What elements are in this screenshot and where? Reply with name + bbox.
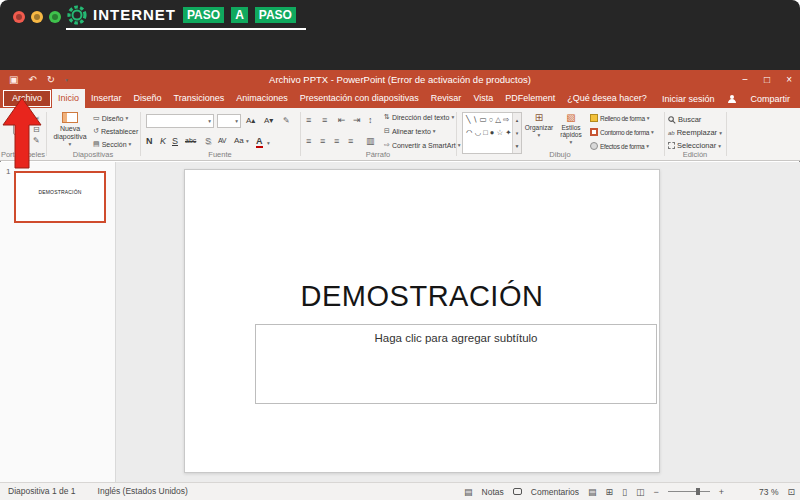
font-size-combo[interactable]: ▾ bbox=[217, 114, 241, 128]
text-direction-button[interactable]: ⇅ Dirección del texto ▾ bbox=[384, 113, 454, 121]
reset-button[interactable]: ↺ Restablecer bbox=[93, 127, 138, 135]
decrease-indent-icon[interactable]: ⇤ bbox=[338, 115, 346, 125]
slide-title-placeholder[interactable]: DEMOSTRACIÓN bbox=[185, 280, 659, 313]
character-spacing-button[interactable]: AV bbox=[218, 137, 226, 144]
ribbon: ✂ ⊟ ✎ Portapapeles Nueva diapositiva ▾ ▭… bbox=[0, 108, 800, 161]
strikethrough-button[interactable]: abc bbox=[185, 137, 196, 144]
comments-icon[interactable] bbox=[513, 488, 522, 495]
change-case-button[interactable]: Aa ▾ bbox=[234, 136, 249, 145]
align-text-button[interactable]: ⊟ Alinear texto ▾ bbox=[384, 127, 436, 135]
shape-gallery-scrollbar[interactable]: ▴ ▾ ▼ bbox=[512, 113, 521, 153]
person-icon bbox=[727, 94, 737, 104]
language-indicator[interactable]: Inglés (Estados Unidos) bbox=[98, 483, 188, 500]
align-right-icon[interactable]: ≡ bbox=[334, 136, 339, 146]
arrange-label: Organizar bbox=[525, 124, 554, 131]
close-traffic-light-button[interactable] bbox=[13, 11, 25, 23]
select-button[interactable]: Seleccionar ▾ bbox=[668, 141, 721, 150]
zoom-traffic-light-button[interactable] bbox=[49, 11, 61, 23]
italic-button[interactable]: K bbox=[160, 136, 166, 146]
normal-view-icon[interactable]: ▤ bbox=[588, 487, 597, 497]
align-justify-icon[interactable]: ≡ bbox=[348, 136, 353, 146]
save-icon[interactable]: ▣ bbox=[9, 74, 18, 85]
quick-styles-button[interactable]: ▧ Estilos rápidos ▾ bbox=[554, 112, 588, 154]
tab-diseno[interactable]: Diseño bbox=[128, 89, 168, 108]
gallery-up-icon[interactable]: ▴ bbox=[516, 117, 519, 123]
shape-effects-button[interactable]: Efectos de forma ▾ bbox=[590, 142, 649, 150]
zoom-slider[interactable] bbox=[668, 491, 710, 492]
replace-button[interactable]: ab Reemplazar ▾ bbox=[668, 128, 722, 137]
zoom-level[interactable]: 73 % bbox=[759, 487, 778, 497]
tab-transiciones[interactable]: Transiciones bbox=[168, 89, 231, 108]
shrink-font-icon[interactable]: A▾ bbox=[264, 116, 273, 125]
clear-formatting-icon[interactable]: ✎ bbox=[283, 116, 290, 125]
gallery-more-icon[interactable]: ▼ bbox=[515, 143, 520, 149]
font-color-chevron-icon[interactable]: ▾ bbox=[267, 140, 270, 146]
align-text-chevron-icon: ▾ bbox=[433, 128, 436, 134]
share-button[interactable]: Compartir bbox=[750, 94, 790, 104]
notes-icon[interactable]: ▤ bbox=[464, 487, 473, 497]
slide-thumbnail[interactable]: DEMOSTRACIÓN bbox=[14, 171, 106, 223]
close-window-icon[interactable]: × bbox=[786, 74, 792, 85]
text-shadow-button[interactable]: S bbox=[205, 136, 211, 146]
reading-view-icon[interactable]: ▯ bbox=[622, 487, 627, 497]
comments-button[interactable]: Comentarios bbox=[531, 487, 579, 497]
convert-smartart-button[interactable]: ⇨ Convertir a SmartArt ▾ bbox=[384, 141, 460, 149]
shape-fill-button[interactable]: Relleno de forma ▾ bbox=[590, 114, 649, 122]
tab-inicio[interactable]: Inicio bbox=[52, 89, 85, 108]
align-center-icon[interactable]: ≡ bbox=[320, 136, 325, 146]
sign-in-link[interactable]: Iniciar sesión bbox=[662, 94, 715, 104]
grow-font-icon[interactable]: A▴ bbox=[246, 116, 255, 125]
slide-canvas[interactable]: DEMOSTRACIÓN Haga clic para agregar subt… bbox=[184, 169, 660, 473]
bullets-icon[interactable]: ≡ bbox=[306, 115, 311, 125]
minimize-traffic-light-button[interactable] bbox=[31, 11, 43, 23]
internet-paso-a-paso-logo: INTERNET PASO A PASO bbox=[66, 3, 306, 30]
font-name-combo[interactable]: ▾ bbox=[146, 114, 214, 128]
font-color-button[interactable]: A bbox=[256, 136, 263, 148]
section-button[interactable]: ▤ Sección ▾ bbox=[93, 140, 131, 148]
minimize-window-icon[interactable]: − bbox=[742, 74, 748, 85]
zoom-in-icon[interactable]: + bbox=[719, 487, 724, 497]
gallery-down-icon[interactable]: ▾ bbox=[516, 130, 519, 136]
shape-outline-button[interactable]: Contorno de forma ▾ bbox=[590, 128, 654, 136]
numbering-icon[interactable]: ≡ bbox=[322, 115, 327, 125]
find-button[interactable]: Buscar bbox=[668, 115, 701, 124]
align-left-icon[interactable]: ≡ bbox=[306, 136, 311, 146]
tab-animaciones[interactable]: Animaciones bbox=[230, 89, 294, 108]
window: INTERNET PASO A PASO ◀ ▶ ▣ ↶ ↻ ▾ bbox=[0, 0, 800, 500]
slideshow-view-icon[interactable]: ◫ bbox=[636, 487, 645, 497]
find-label: Buscar bbox=[678, 115, 701, 124]
redo-icon[interactable]: ↻ bbox=[47, 74, 55, 85]
bold-button[interactable]: N bbox=[146, 136, 153, 146]
zoom-slider-thumb[interactable] bbox=[696, 488, 700, 495]
slide-sorter-view-icon[interactable]: ⊞ bbox=[606, 487, 614, 497]
browser-titlebar: INTERNET PASO A PASO bbox=[0, 0, 800, 34]
increase-indent-icon[interactable]: ⇥ bbox=[353, 115, 361, 125]
tab-pdfelement[interactable]: PDFelement bbox=[499, 89, 561, 108]
customize-qat-chevron-icon[interactable]: ▾ bbox=[65, 77, 68, 83]
underline-button[interactable]: S bbox=[172, 136, 178, 146]
group-label-editing: Edición bbox=[664, 150, 726, 159]
new-slide-button[interactable]: Nueva diapositiva ▾ bbox=[48, 112, 92, 154]
group-separator bbox=[726, 112, 727, 156]
tell-me-box[interactable]: ¿Qué desea hacer? bbox=[561, 89, 653, 108]
shape-fill-label: Relleno de forma bbox=[600, 115, 645, 122]
arrange-button[interactable]: ⊞ Organizar ▾ bbox=[524, 112, 554, 154]
tab-revisar[interactable]: Revisar bbox=[425, 89, 468, 108]
fit-slide-icon[interactable]: ⊡ bbox=[787, 487, 795, 497]
find-icon bbox=[668, 116, 676, 124]
line-spacing-icon[interactable]: ↕ bbox=[368, 115, 373, 125]
zoom-out-icon[interactable]: − bbox=[654, 487, 659, 497]
tab-vista[interactable]: Vista bbox=[467, 89, 499, 108]
columns-icon[interactable]: ▥ bbox=[366, 136, 375, 146]
new-slide-label: Nueva diapositiva bbox=[48, 125, 92, 141]
layout-button[interactable]: ▭ Diseño ▾ bbox=[93, 114, 128, 122]
tab-insertar[interactable]: Insertar bbox=[85, 89, 128, 108]
shape-gallery[interactable]: ╲ ∖ ▭ ○ △ ⇨ ◠ ◡ □ ● ☆ ✦ ▴ ▾ ▼ bbox=[462, 112, 522, 154]
undo-icon[interactable]: ↶ bbox=[28, 74, 36, 85]
restore-window-icon[interactable]: □ bbox=[764, 74, 770, 85]
tab-presentacion[interactable]: Presentación con diapositivas bbox=[294, 89, 425, 108]
browser-toolbar: ◀ ▶ bbox=[0, 34, 800, 70]
slide-subtitle-placeholder[interactable]: Haga clic para agregar subtítulo bbox=[255, 324, 657, 404]
logo-word-a: A bbox=[231, 7, 248, 23]
notes-button[interactable]: Notas bbox=[482, 487, 504, 497]
